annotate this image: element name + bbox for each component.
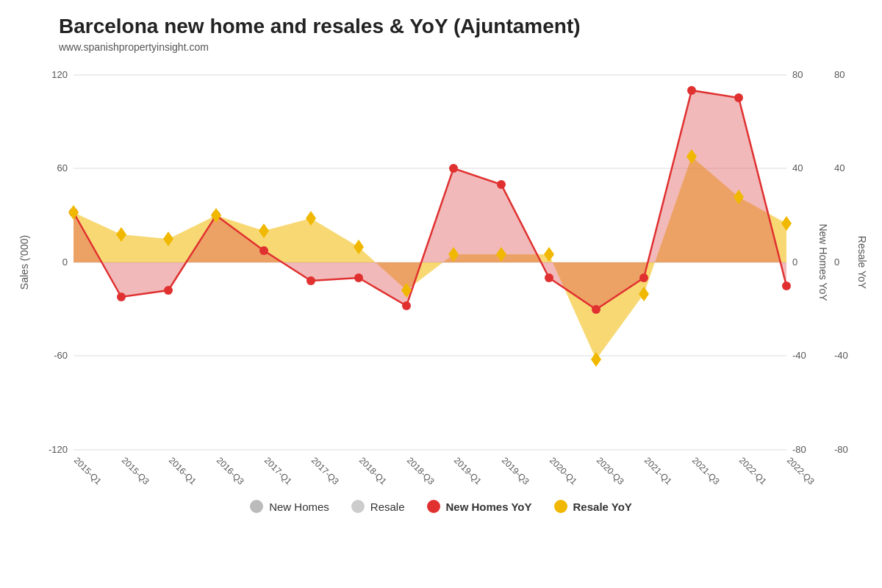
legend-label-new-homes: New Homes [269, 501, 329, 513]
svg-text:0: 0 [792, 257, 797, 268]
svg-text:2015-Q3: 2015-Q3 [120, 455, 151, 487]
svg-text:New Homes YoY: New Homes YoY [817, 223, 829, 301]
svg-text:-40: -40 [834, 350, 848, 361]
svg-text:2021-Q3: 2021-Q3 [690, 455, 722, 487]
svg-text:80: 80 [792, 69, 803, 80]
svg-text:2016-Q3: 2016-Q3 [215, 455, 246, 487]
dot-new-homes-yoy-15 [782, 282, 791, 290]
svg-text:2021-Q1: 2021-Q1 [642, 455, 674, 487]
legend-item-resale-yoy: Resale YoY [554, 500, 632, 513]
svg-text:40: 40 [834, 162, 845, 173]
chart-subtitle: www.spanishpropertyinsight.com [15, 41, 867, 53]
svg-text:2020-Q1: 2020-Q1 [548, 455, 579, 487]
legend-dot-resale [351, 500, 365, 513]
new-homes-yoy-area [74, 90, 786, 309]
legend-item-new-homes-yoy: New Homes YoY [427, 500, 532, 513]
dot-new-homes-yoy-7 [402, 301, 411, 310]
svg-text:60: 60 [57, 162, 68, 173]
chart-container: Barcelona new home and resales & YoY (Aj… [0, 0, 882, 588]
svg-text:2016-Q1: 2016-Q1 [167, 455, 198, 487]
svg-text:Resale YoY: Resale YoY [856, 236, 867, 290]
svg-text:2022-Q3: 2022-Q3 [785, 455, 817, 487]
legend-label-resale-yoy: Resale YoY [573, 501, 632, 513]
legend-dot-resale-yoy [554, 500, 567, 513]
legend-dot-new-homes [250, 500, 263, 513]
svg-text:0: 0 [834, 257, 839, 268]
legend-label-resale: Resale [370, 501, 405, 513]
chart-legend: New Homes Resale New Homes YoY Resale Yo… [15, 492, 867, 520]
dot-new-homes-yoy-1 [117, 293, 126, 301]
svg-text:40: 40 [792, 162, 803, 173]
dot-new-homes-yoy-9 [497, 180, 506, 189]
dot-new-homes-yoy-6 [354, 273, 363, 282]
legend-label-new-homes-yoy: New Homes YoY [446, 501, 532, 513]
dot-new-homes-yoy-8 [449, 164, 458, 173]
svg-text:-80: -80 [792, 444, 806, 455]
dot-new-homes-yoy-13 [687, 86, 696, 95]
svg-text:2018-Q3: 2018-Q3 [405, 455, 437, 487]
legend-item-new-homes: New Homes [250, 500, 329, 513]
dot-new-homes-yoy-5 [306, 276, 315, 285]
dot-new-homes-yoy-10 [545, 273, 553, 282]
svg-text:2015-Q1: 2015-Q1 [72, 455, 104, 487]
svg-text:Sales ('000): Sales ('000) [18, 235, 30, 290]
main-chart-svg: 120 60 0 -60 -120 Sales ('000) 80 40 0 -… [15, 60, 867, 487]
legend-dot-new-homes-yoy [427, 500, 440, 513]
svg-text:2017-Q3: 2017-Q3 [309, 455, 341, 487]
svg-text:2020-Q3: 2020-Q3 [595, 455, 626, 487]
dot-new-homes-yoy-4 [259, 246, 268, 255]
svg-text:2022-Q1: 2022-Q1 [737, 455, 769, 487]
svg-text:2018-Q1: 2018-Q1 [357, 455, 389, 487]
legend-item-resale: Resale [351, 500, 405, 513]
svg-text:-120: -120 [49, 444, 68, 455]
svg-text:-40: -40 [792, 350, 806, 361]
svg-text:120: 120 [51, 69, 68, 80]
svg-text:2017-Q1: 2017-Q1 [262, 455, 294, 487]
svg-text:2019-Q3: 2019-Q3 [500, 455, 531, 487]
svg-text:-80: -80 [834, 444, 848, 455]
chart-area: 120 60 0 -60 -120 Sales ('000) 80 40 0 -… [15, 60, 867, 487]
svg-text:80: 80 [834, 69, 845, 80]
svg-text:-60: -60 [54, 350, 68, 361]
svg-text:0: 0 [62, 257, 68, 268]
dot-new-homes-yoy-12 [639, 273, 648, 282]
chart-title: Barcelona new home and resales & YoY (Aj… [15, 15, 867, 38]
dot-new-homes-yoy-11 [592, 305, 600, 314]
dot-new-homes-yoy-2 [164, 286, 173, 295]
svg-text:2019-Q1: 2019-Q1 [452, 455, 484, 487]
dot-new-homes-yoy-14 [734, 93, 743, 102]
